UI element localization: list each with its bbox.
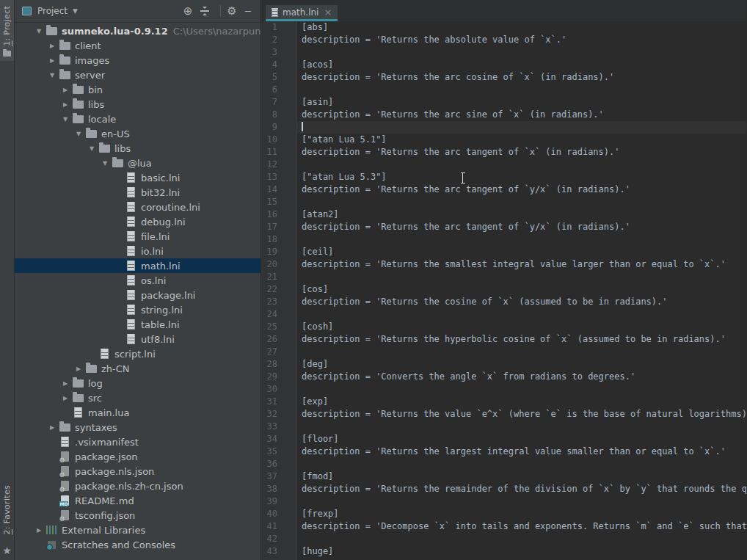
code-line-27[interactable] <box>297 346 746 358</box>
tree-item-file-lni[interactable]: file.lni <box>15 229 260 244</box>
code-line-22[interactable]: [cos] <box>297 283 746 296</box>
close-icon[interactable]: × <box>324 8 332 17</box>
settings-gear-button[interactable]: ⚙ <box>224 6 240 17</box>
tree-item-coroutine-lni[interactable]: coroutine.lni <box>15 200 260 214</box>
code-line-7[interactable]: [asin] <box>297 96 746 109</box>
code-line-37[interactable]: [fmod] <box>297 470 746 483</box>
tree-item-external-libraries[interactable]: ▶External Libraries <box>15 523 260 537</box>
chevron-collapsed-icon[interactable]: ▶ <box>59 87 72 93</box>
code-line-43[interactable]: [huge] <box>297 545 746 558</box>
code-line-35[interactable]: description = 'Returns the largest integ… <box>297 446 746 458</box>
chevron-collapsed-icon[interactable]: ▶ <box>45 424 59 431</box>
code-line-18[interactable] <box>297 233 746 246</box>
code-editor[interactable]: 1234567891011121314151617181920212223242… <box>261 21 746 560</box>
code-line-14[interactable]: description = 'Returns the arc tangent o… <box>297 183 746 196</box>
code-line-15[interactable] <box>297 196 746 208</box>
code-line-38[interactable]: description = 'Returns the remainder of … <box>297 483 746 495</box>
tree-item-basic-lni[interactable]: basic.lni <box>15 170 260 185</box>
chevron-expanded-icon[interactable]: ▼ <box>85 145 98 152</box>
tree-item-zh-cn[interactable]: ▶zh-CN <box>15 361 260 376</box>
code-line-32[interactable]: description = 'Returns the value `e^x` (… <box>297 408 746 421</box>
code-line-10[interactable]: ["atan Lua 5.1"] <box>297 134 746 146</box>
tree-item--lua[interactable]: ▼@lua <box>15 156 260 170</box>
code-line-36[interactable] <box>297 458 746 470</box>
code-line-20[interactable]: description = 'Returns the smallest inte… <box>297 258 746 271</box>
tree-item-scratches-and-consoles[interactable]: Scratches and Consoles <box>15 537 260 552</box>
code-line-19[interactable]: [ceil] <box>297 246 746 258</box>
collapse-all-button[interactable] <box>200 7 209 15</box>
tree-item-log[interactable]: ▶log <box>15 376 260 390</box>
code-line-3[interactable] <box>297 46 746 59</box>
tool-window-button-project[interactable]: 1: Project <box>0 0 14 61</box>
code-line-39[interactable] <box>297 495 746 508</box>
chevron-collapsed-icon[interactable]: ▶ <box>45 43 59 49</box>
tree-item-debug-lni[interactable]: debug.lni <box>15 214 260 229</box>
tree-item-images[interactable]: ▶images <box>15 53 260 68</box>
code-line-25[interactable]: [cosh] <box>297 321 746 333</box>
code-line-2[interactable]: description = 'Returns the absolute valu… <box>297 34 746 46</box>
tree-item-package-nls-json[interactable]: package.nls.json <box>15 464 260 479</box>
tree-item-bin[interactable]: ▶bin <box>15 82 260 97</box>
tree-item-package-json[interactable]: package.json <box>15 449 260 464</box>
chevron-expanded-icon[interactable]: ▼ <box>72 131 85 137</box>
chevron-down-icon[interactable]: ▼ <box>73 7 78 15</box>
code-line-4[interactable]: [acos] <box>297 59 746 71</box>
tree-item-string-lni[interactable]: string.lni <box>15 302 260 317</box>
chevron-collapsed-icon[interactable]: ▶ <box>59 380 72 387</box>
tree-item-readme-md[interactable]: README.md <box>15 493 260 508</box>
code-line-23[interactable]: description = 'Returns the cosine of `x`… <box>297 296 746 308</box>
chevron-collapsed-icon[interactable]: ▶ <box>72 366 85 372</box>
code-line-24[interactable] <box>297 308 746 321</box>
tree-item-libs[interactable]: ▶libs <box>15 97 260 112</box>
chevron-expanded-icon[interactable]: ▼ <box>98 160 112 167</box>
tree-item--vsixmanifest[interactable]: .vsixmanifest <box>15 434 260 449</box>
chevron-expanded-icon[interactable]: ▼ <box>32 28 45 34</box>
tree-item-main-lua[interactable]: main.lua <box>15 405 260 420</box>
tree-item-table-lni[interactable]: table.lni <box>15 317 260 332</box>
tree-item-syntaxes[interactable]: ▶syntaxes <box>15 420 260 434</box>
code-line-12[interactable] <box>297 159 746 171</box>
code-line-17[interactable]: description = 'Returns the arc tangent o… <box>297 221 746 233</box>
code-line-42[interactable] <box>297 533 746 545</box>
chevron-collapsed-icon[interactable]: ▶ <box>32 527 45 534</box>
chevron-collapsed-icon[interactable]: ▶ <box>59 395 72 401</box>
code-line-40[interactable]: [frexp] <box>297 508 746 520</box>
code-line-29[interactable]: description = 'Converts the angle `x` fr… <box>297 371 746 383</box>
tree-item-os-lni[interactable]: os.lni <box>15 273 260 288</box>
tree-item-tsconfig-json[interactable]: tsconfig.json <box>15 508 260 523</box>
code-line-21[interactable] <box>297 271 746 283</box>
code-line-34[interactable]: [floor] <box>297 433 746 446</box>
chevron-collapsed-icon[interactable]: ▶ <box>59 101 72 108</box>
tree-item-bit32-lni[interactable]: bit32.lni <box>15 185 260 200</box>
locate-file-button[interactable]: ⊕ <box>180 6 196 17</box>
chevron-collapsed-icon[interactable]: ▶ <box>45 57 59 64</box>
project-view-selector[interactable]: Project <box>37 6 68 16</box>
tool-window-button-favorites[interactable]: 2: Favorites <box>2 479 12 539</box>
code-line-33[interactable] <box>297 421 746 433</box>
code-line-13[interactable]: ["atan Lua 5.3"] <box>297 171 746 183</box>
tab-math-lni[interactable]: math.lni × <box>266 5 338 21</box>
tree-item-locale[interactable]: ▼locale <box>15 112 260 126</box>
tree-item-server[interactable]: ▼server <box>15 68 260 82</box>
code-line-11[interactable]: description = 'Returns the arc tangent o… <box>297 146 746 159</box>
chevron-expanded-icon[interactable]: ▼ <box>59 116 72 123</box>
code-line-6[interactable] <box>297 84 746 96</box>
code-line-28[interactable]: [deg] <box>297 358 746 371</box>
code-line-8[interactable]: description = 'Returns the arc sine of `… <box>297 109 746 121</box>
tree-item-io-lni[interactable]: io.lni <box>15 244 260 258</box>
tree-item-script-lni[interactable]: script.lni <box>15 346 260 361</box>
hide-panel-button[interactable]: ─ <box>240 6 256 17</box>
code-line-16[interactable]: [atan2] <box>297 208 746 221</box>
tree-item-client[interactable]: ▶client <box>15 38 260 53</box>
code-line-31[interactable]: [exp] <box>297 396 746 408</box>
tree-item-en-us[interactable]: ▼en-US <box>15 126 260 141</box>
tree-item-package-nls-zh-cn-json[interactable]: package.nls.zh-cn.json <box>15 479 260 493</box>
code-line-5[interactable]: description = 'Returns the arc cosine of… <box>297 71 746 84</box>
code-line-30[interactable] <box>297 383 746 396</box>
code-line-26[interactable]: description = 'Returns the hyperbolic co… <box>297 333 746 346</box>
tree-item-sumneko-lua-0-9-12[interactable]: ▼sumneko.lua-0.9.12C:\Users\nazarpunk\.v… <box>15 23 260 38</box>
tree-item-math-lni[interactable]: math.lni <box>15 258 260 273</box>
editor-code[interactable]: [abs]description = 'Returns the absolute… <box>297 21 746 560</box>
code-line-41[interactable]: description = 'Decompose `x` into tails … <box>297 520 746 533</box>
tree-item-src[interactable]: ▶src <box>15 390 260 405</box>
